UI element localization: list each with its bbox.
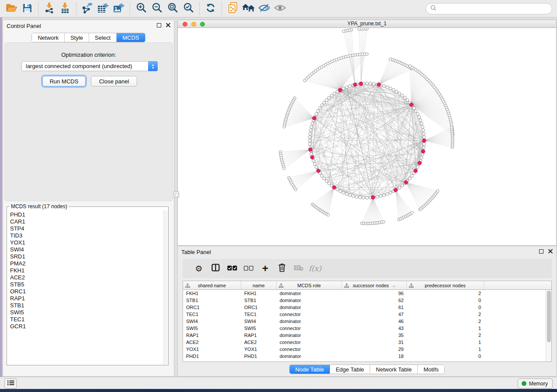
result-list-item[interactable]: FKH1 xyxy=(10,267,163,274)
window-minimize-icon[interactable] xyxy=(191,22,196,27)
zoom-out-button[interactable] xyxy=(149,1,165,16)
table-row[interactable]: SWI4SWI4dominator462 xyxy=(183,318,546,325)
result-list-item[interactable]: SWI5 xyxy=(10,309,163,316)
column-header-shared-name[interactable]: shared name xyxy=(183,281,241,289)
table-row[interactable]: ACE2ACE2connector311 xyxy=(183,339,546,346)
result-list-item[interactable]: ACE2 xyxy=(10,274,163,281)
tab-select[interactable]: Select xyxy=(89,33,117,42)
control-panel: Control Panel NetworkStyleSelectMCDS Opt… xyxy=(3,20,174,377)
column-header-predecessor-nodes[interactable]: predecessor nodes xyxy=(407,281,484,289)
close-panel-button[interactable]: Close panel xyxy=(91,76,137,86)
tab-motifs[interactable]: Motifs xyxy=(418,365,444,374)
memory-button[interactable]: Memory xyxy=(518,378,553,389)
zoom-fit-button[interactable] xyxy=(165,1,180,16)
result-list-item[interactable]: CAR1 xyxy=(10,218,163,225)
network-window-titlebar[interactable]: YPA_prune.txt_1 xyxy=(178,20,556,28)
table-row[interactable]: ORC1ORC1dominator610 xyxy=(183,304,546,311)
close-panel-icon[interactable] xyxy=(548,249,553,254)
tab-edge-table[interactable]: Edge Table xyxy=(330,365,370,374)
float-panel-icon[interactable] xyxy=(157,23,161,28)
optimization-criterion-dropdown[interactable]: largest connected component (undirected)… xyxy=(21,61,158,71)
export-network-button[interactable] xyxy=(80,1,95,16)
zoom-selected-button[interactable] xyxy=(180,1,196,16)
export-table-button[interactable] xyxy=(95,1,111,16)
table-row[interactable]: STB1STB1dominator620 xyxy=(183,297,546,304)
result-list-scrollbar[interactable] xyxy=(163,210,168,364)
table-scrollbar[interactable] xyxy=(546,290,551,361)
tab-network-table[interactable]: Network Table xyxy=(370,365,418,374)
node-table-header: shared namenameMCDS rolesuccessor nodes⌄… xyxy=(183,281,551,290)
result-list-item[interactable]: PMA2 xyxy=(10,260,163,267)
tab-node-table[interactable]: Node Table xyxy=(290,365,330,374)
column-visibility-button[interactable] xyxy=(207,261,224,276)
table-cell: 43 xyxy=(342,325,407,332)
clear-table-button[interactable] xyxy=(290,261,307,276)
result-list-item[interactable]: ORC1 xyxy=(10,288,163,295)
window-maximize-icon[interactable] xyxy=(200,22,205,27)
first-neighbors-button[interactable] xyxy=(241,1,256,16)
eye-icon xyxy=(274,3,286,14)
network-graph xyxy=(178,28,556,245)
result-list-item[interactable]: PHD1 xyxy=(10,211,163,218)
column-header-MCDS-role[interactable]: MCDS role xyxy=(277,281,342,289)
apply-function-button[interactable]: f(x) xyxy=(307,261,323,276)
zoom-selected-icon xyxy=(183,2,194,15)
table-options-button[interactable]: ⚙ xyxy=(190,261,207,276)
result-list-item[interactable]: TID3 xyxy=(10,232,163,239)
table-row[interactable]: YOX1YOX1connector291 xyxy=(183,346,546,353)
table-cell: 1 xyxy=(407,325,484,332)
add-column-button[interactable]: + xyxy=(257,261,273,276)
network-canvas[interactable] xyxy=(178,28,556,245)
delete-column-button[interactable] xyxy=(273,261,290,276)
import-network-button[interactable] xyxy=(42,1,57,16)
show-all-button[interactable] xyxy=(272,1,288,16)
zoom-in-button[interactable] xyxy=(133,1,149,16)
hide-selected-button[interactable] xyxy=(256,1,272,16)
open-folder-icon xyxy=(6,3,17,14)
result-list-item[interactable]: YOX1 xyxy=(10,239,163,246)
window-close-icon[interactable] xyxy=(183,22,187,27)
plus-icon: + xyxy=(262,264,268,273)
copy-network-button[interactable] xyxy=(225,1,241,16)
table-scrollbar-thumb[interactable] xyxy=(547,291,551,342)
toolbar-separator xyxy=(130,2,130,15)
import-table-button[interactable] xyxy=(57,1,73,16)
table-row[interactable]: PHD1PHD1dominator180 xyxy=(183,353,546,360)
deselect-all-rows-button[interactable] xyxy=(240,261,257,276)
task-history-button[interactable] xyxy=(4,378,17,389)
table-cell: 0 xyxy=(407,353,484,360)
search-box[interactable] xyxy=(426,3,552,14)
result-list-item[interactable]: SWI4 xyxy=(10,246,163,253)
result-list-item[interactable]: TEC1 xyxy=(10,316,163,323)
table-row[interactable]: RAP1RAP1dominator352 xyxy=(183,332,546,339)
tab-mcds[interactable]: MCDS xyxy=(117,33,145,42)
result-list-item[interactable]: STP4 xyxy=(10,225,163,232)
save-session-button[interactable] xyxy=(19,1,35,16)
tab-style[interactable]: Style xyxy=(65,33,89,42)
table-row[interactable]: SWI5SWI5connector431 xyxy=(183,325,546,332)
export-image-button[interactable] xyxy=(111,1,127,16)
table-cell: ORC1 xyxy=(183,304,241,311)
tab-network[interactable]: Network xyxy=(32,33,65,42)
result-list-item[interactable]: SRD1 xyxy=(10,253,163,260)
search-input[interactable] xyxy=(439,6,547,12)
eye-slash-icon xyxy=(258,3,270,14)
result-list-item[interactable]: STB1 xyxy=(10,302,163,309)
table-cell: SWI4 xyxy=(183,318,241,325)
close-panel-icon[interactable] xyxy=(166,23,170,28)
table-cell: 62 xyxy=(342,297,407,304)
refresh-view-button[interactable] xyxy=(203,1,218,16)
table-cell: 2 xyxy=(407,332,484,339)
table-row[interactable]: FKH1FKH1dominator962 xyxy=(183,290,546,297)
float-panel-icon[interactable] xyxy=(539,249,543,254)
column-header-successor-nodes[interactable]: successor nodes⌄ xyxy=(342,281,407,289)
result-list-item[interactable]: GCR1 xyxy=(10,323,163,330)
select-all-rows-button[interactable] xyxy=(224,261,240,276)
column-header-name[interactable]: name xyxy=(241,281,277,289)
table-row[interactable]: TEC1TEC1connector472 xyxy=(183,311,546,318)
result-list-item[interactable]: STB5 xyxy=(10,281,163,288)
panel-splitter-handle[interactable] xyxy=(173,191,179,198)
run-mcds-button[interactable]: Run MCDS xyxy=(42,76,86,86)
open-file-button[interactable] xyxy=(3,1,19,16)
result-list-item[interactable]: RAP1 xyxy=(10,295,163,302)
